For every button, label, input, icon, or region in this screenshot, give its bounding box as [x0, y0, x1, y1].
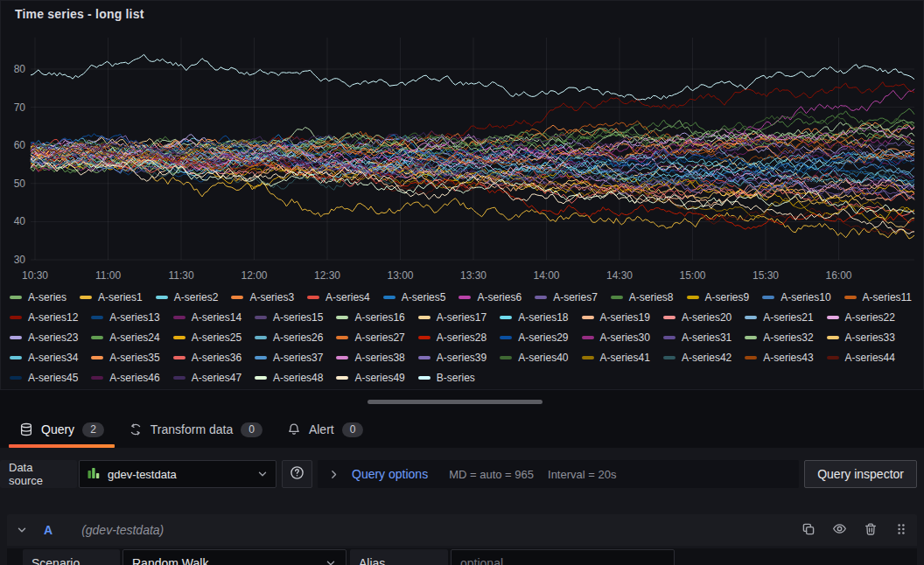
legend-series-marker — [663, 356, 676, 359]
legend-item[interactable]: A-series34 — [10, 350, 78, 365]
legend-series-marker — [582, 356, 594, 359]
legend-item[interactable]: A-series31 — [663, 330, 732, 345]
tab-count-badge: 0 — [342, 422, 364, 437]
legend-item[interactable]: A-series16 — [336, 310, 404, 324]
legend-item[interactable]: A-series33 — [827, 330, 895, 345]
legend-item[interactable]: A-series12 — [10, 310, 78, 324]
query-datasource-hint: (gdev-testdata) — [81, 523, 164, 537]
hide-query-button[interactable] — [832, 521, 847, 539]
legend-item[interactable]: A-series43 — [745, 350, 813, 365]
query-options-link[interactable]: Query options — [352, 467, 428, 481]
legend-item[interactable]: A-series27 — [336, 330, 404, 345]
legend-item[interactable]: A-series7 — [535, 289, 598, 304]
legend-item[interactable]: B-series — [418, 370, 475, 385]
query-options-md: MD = auto = 965 — [449, 468, 534, 481]
remove-query-button[interactable] — [864, 522, 878, 539]
legend-series-marker — [663, 336, 676, 339]
legend-item[interactable]: A-series25 — [173, 330, 242, 345]
timeseries-chart[interactable]: 30405060708010:3011:0011:3012:0012:3013:… — [8, 32, 918, 289]
drag-handle[interactable] — [894, 522, 908, 539]
legend-item[interactable]: A-series15 — [255, 310, 323, 324]
legend-item[interactable]: A-series40 — [500, 350, 568, 365]
legend-series-label: A-series22 — [845, 311, 895, 324]
legend-item[interactable]: A-series8 — [611, 289, 674, 304]
alias-label: Alias — [350, 549, 448, 565]
legend-item[interactable]: A-series48 — [255, 370, 323, 385]
legend-item[interactable]: A-series18 — [500, 310, 568, 324]
legend-item[interactable]: A-series39 — [418, 350, 486, 365]
copy-icon — [802, 522, 816, 539]
svg-text:10:30: 10:30 — [22, 269, 48, 282]
legend-item[interactable]: A-series32 — [745, 330, 813, 345]
legend-series-label: A-series17 — [437, 311, 486, 324]
tab-count-badge: 2 — [82, 422, 104, 437]
legend-item[interactable]: A-series37 — [255, 350, 323, 365]
horizontal-scrollbar-thumb[interactable] — [368, 400, 542, 404]
legend-item[interactable]: A-series47 — [173, 370, 242, 385]
legend-item[interactable]: A-series42 — [663, 350, 732, 365]
collapse-chevron-down-icon[interactable] — [16, 524, 28, 536]
legend-item[interactable]: A-series13 — [91, 310, 159, 324]
query-options-toggle[interactable]: Query options MD = auto = 965 Interval =… — [318, 460, 799, 488]
scenario-value: Random Walk — [132, 556, 208, 565]
legend-item[interactable]: A-series10 — [762, 289, 830, 304]
legend-item[interactable]: A-series23 — [10, 330, 78, 345]
legend-series-label: A-series24 — [109, 331, 159, 344]
legend-item[interactable]: A-series21 — [745, 310, 813, 324]
tab-alert[interactable]: Alert0 — [275, 411, 375, 448]
legend-item[interactable]: A-series — [10, 289, 66, 304]
legend-item[interactable]: A-series41 — [582, 350, 650, 365]
legend-item[interactable]: A-series17 — [418, 310, 486, 324]
svg-text:11:30: 11:30 — [168, 269, 193, 282]
legend-item[interactable]: A-series44 — [827, 350, 895, 365]
legend-series-marker — [10, 376, 22, 380]
legend-series-label: A-series29 — [518, 331, 568, 344]
legend-item[interactable]: A-series2 — [156, 289, 219, 304]
svg-text:12:30: 12:30 — [314, 269, 340, 282]
panel-title[interactable]: Time series - long list — [15, 7, 144, 21]
database-icon — [19, 422, 33, 436]
query-inspector-button[interactable]: Query inspector — [804, 460, 917, 488]
legend-item[interactable]: A-series24 — [91, 330, 159, 345]
legend-series-label: A-series8 — [629, 291, 674, 303]
legend-item[interactable]: A-series3 — [231, 289, 294, 304]
tab-label: Transform data — [150, 422, 233, 436]
legend-series-marker — [663, 316, 676, 319]
duplicate-query-button[interactable] — [802, 522, 816, 539]
legend-item[interactable]: A-series30 — [582, 330, 650, 345]
tab-transform-data[interactable]: Transform data0 — [116, 411, 275, 448]
legend-item[interactable]: A-series1 — [80, 289, 143, 304]
legend-series-label: A-series5 — [402, 291, 446, 303]
data-source-label: Data source — [0, 460, 77, 488]
legend-item[interactable]: A-series4 — [307, 289, 370, 304]
legend-item[interactable]: A-series20 — [663, 310, 732, 324]
scenario-select[interactable]: Random Walk — [122, 549, 346, 565]
legend-item[interactable]: A-series28 — [418, 330, 486, 345]
legend-item[interactable]: A-series26 — [255, 330, 323, 345]
legend-item[interactable]: A-series45 — [10, 370, 78, 385]
svg-text:16:00: 16:00 — [825, 269, 851, 282]
legend-series-label: A-series41 — [600, 352, 650, 364]
legend-item[interactable]: A-series36 — [173, 350, 242, 365]
legend-series-label: A-series16 — [354, 311, 404, 324]
legend-item[interactable]: A-series35 — [91, 350, 159, 365]
legend-item[interactable]: A-series49 — [336, 370, 404, 385]
svg-text:30: 30 — [14, 254, 26, 266]
legend-item[interactable]: A-series6 — [458, 289, 522, 304]
tab-query[interactable]: Query2 — [7, 411, 116, 448]
query-row-header[interactable]: A (gdev-testdata) — [7, 514, 917, 546]
legend-item[interactable]: A-series19 — [582, 310, 650, 324]
legend-item[interactable]: A-series5 — [383, 289, 446, 304]
legend-item[interactable]: A-series22 — [827, 310, 895, 324]
data-source-picker[interactable]: gdev-testdata — [79, 460, 276, 488]
legend-series-label: A-series38 — [354, 352, 404, 364]
legend-item[interactable]: A-series11 — [844, 289, 912, 304]
legend-series-marker — [173, 376, 186, 380]
legend-item[interactable]: A-series9 — [687, 289, 750, 304]
alias-input[interactable] — [451, 549, 675, 565]
datasource-help-button[interactable] — [282, 460, 312, 488]
legend-item[interactable]: A-series14 — [173, 310, 242, 324]
legend-item[interactable]: A-series38 — [336, 350, 404, 365]
legend-item[interactable]: A-series46 — [91, 370, 159, 385]
legend-item[interactable]: A-series29 — [500, 330, 568, 345]
